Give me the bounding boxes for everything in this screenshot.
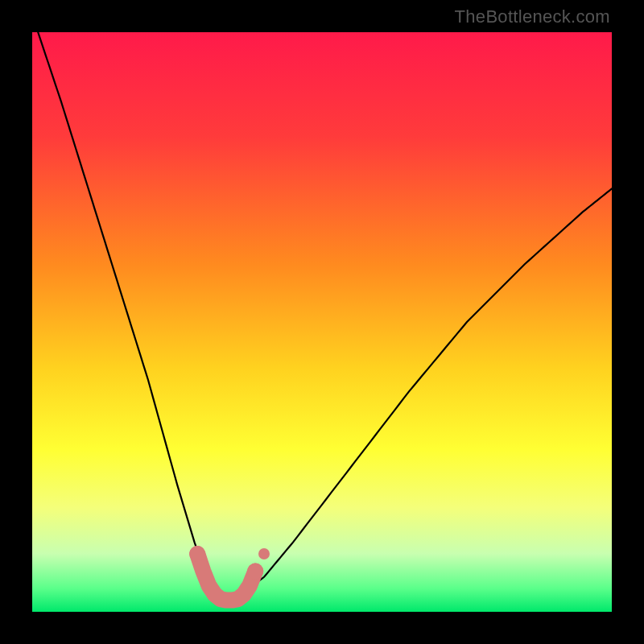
highlight-endpoint — [189, 546, 205, 562]
curve-layer — [32, 32, 612, 612]
highlight-outlier-dot — [258, 548, 270, 559]
attribution-text: TheBottleneck.com — [455, 6, 610, 27]
chart-frame: TheBottleneck.com — [0, 0, 644, 644]
highlight-endpoint — [247, 564, 263, 580]
plot-area — [32, 32, 612, 612]
bottleneck-curve — [38, 32, 612, 601]
highlight-markers — [189, 546, 270, 601]
highlight-stroke — [197, 554, 255, 601]
